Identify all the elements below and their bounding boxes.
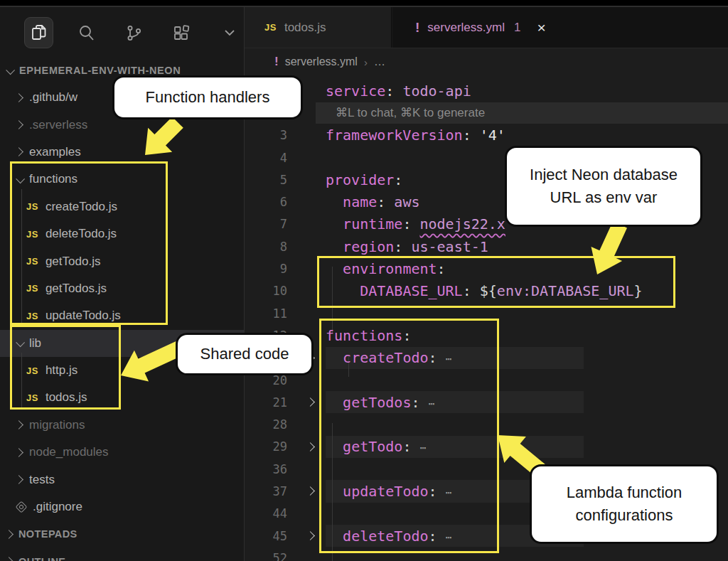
callout-text: configurations bbox=[576, 504, 673, 527]
tree-item-functions[interactable]: functions bbox=[0, 166, 244, 193]
line-number: 7 bbox=[245, 217, 294, 231]
code-line-3[interactable]: 3frameworkVersion: '4' bbox=[245, 124, 728, 146]
code-line-11[interactable]: 11 bbox=[245, 302, 728, 324]
code-line-9[interactable]: 9 environment: bbox=[245, 257, 728, 279]
activity-bar bbox=[0, 13, 244, 53]
gutter-fold-column bbox=[294, 533, 326, 539]
tree-item-notepads[interactable]: NOTEPADS bbox=[0, 520, 244, 547]
js-file-icon: JS bbox=[26, 311, 38, 321]
tree-item-label: OUTLINE bbox=[18, 556, 65, 561]
tree-item-label: .serverless bbox=[29, 118, 87, 132]
chevron-right-icon bbox=[14, 120, 23, 129]
tree-item-createtodo-js[interactable]: JScreateTodo.js bbox=[0, 193, 244, 220]
code-line-13[interactable]: 13 createTodo: ⋯ bbox=[245, 347, 728, 369]
tree-item-gettodos-js[interactable]: JSgetTodos.js bbox=[0, 275, 244, 302]
yaml-warning-icon: ! bbox=[274, 55, 279, 69]
tab-label: todos.js bbox=[284, 21, 326, 35]
chevron-right-icon bbox=[14, 148, 23, 157]
extensions-icon[interactable] bbox=[167, 17, 196, 48]
breadcrumb-file[interactable]: serverless.yml bbox=[285, 55, 358, 68]
yaml-warning-icon: ! bbox=[415, 20, 419, 36]
ai-inline-hint: ⌘L to chat, ⌘K to generate bbox=[316, 102, 728, 123]
chevron-right-icon bbox=[14, 475, 23, 484]
code-text: region: us-east-1 bbox=[326, 238, 488, 255]
tree-item-gettodo-js[interactable]: JSgetTodo.js bbox=[0, 247, 244, 274]
chevron-right-icon bbox=[4, 530, 14, 539]
code-text: getTodos: ⋯ bbox=[326, 394, 436, 411]
code-line-52[interactable]: 52 bbox=[245, 547, 728, 561]
js-file-icon: JS bbox=[26, 392, 38, 403]
callout-text: Shared code bbox=[200, 343, 289, 365]
tree-item-label: tests bbox=[29, 473, 55, 487]
js-file-icon: JS bbox=[26, 229, 38, 240]
tree-item-label: node_modules bbox=[29, 445, 109, 459]
more-views-icon[interactable] bbox=[215, 17, 244, 48]
breadcrumb[interactable]: ! serverless.yml › … bbox=[245, 48, 728, 75]
git-icon bbox=[16, 501, 28, 513]
line-number: 52 bbox=[245, 551, 294, 561]
gutter-fold-column bbox=[294, 488, 326, 494]
code-text: runtime: nodejs22.x bbox=[326, 215, 505, 233]
code-text: updateTodo: ⋯ bbox=[326, 483, 453, 500]
search-icon[interactable] bbox=[72, 17, 101, 48]
code-text: DATABASE_URL: ${env:DATABASE_URL} bbox=[326, 282, 643, 299]
chevron-down-icon bbox=[16, 174, 25, 183]
code-line-8[interactable]: 8 region: us-east-1 bbox=[245, 235, 728, 257]
code-line-29[interactable]: 29 getTodo: ⋯ bbox=[245, 436, 728, 458]
source-control-icon[interactable] bbox=[119, 17, 149, 48]
code-line-12[interactable]: 12functions: bbox=[245, 324, 728, 346]
gutter-fold-column bbox=[294, 444, 326, 450]
tree-item-node-modules[interactable]: node_modules bbox=[0, 439, 244, 466]
tree-item-deletetodo-js[interactable]: JSdeleteTodo.js bbox=[0, 220, 244, 247]
js-file-icon: JS bbox=[26, 201, 38, 212]
line-number: 45 bbox=[245, 529, 294, 543]
workspace-label: EPHEMERAL-ENV-WITH-NEON bbox=[19, 65, 181, 76]
line-number: 44 bbox=[245, 506, 294, 520]
code-text: provider: bbox=[326, 171, 402, 188]
js-file-icon: JS bbox=[26, 256, 38, 267]
callout-lambda-config: Lambda functionconfigurations bbox=[530, 464, 719, 544]
chevron-down-icon bbox=[6, 65, 15, 75]
callout-text: Inject Neon database bbox=[530, 164, 678, 186]
code-text: name: aws bbox=[326, 193, 419, 210]
tree-item-label: NOTEPADS bbox=[18, 528, 77, 540]
close-icon[interactable]: × bbox=[537, 19, 545, 36]
explorer-icon[interactable] bbox=[24, 17, 53, 48]
js-file-icon: JS bbox=[264, 22, 277, 33]
fold-chevron-icon[interactable] bbox=[306, 487, 315, 496]
tree-item-label: migrations bbox=[29, 418, 85, 432]
callout-shared-code: Shared code bbox=[176, 333, 314, 375]
tree-item-updatetodo-js[interactable]: JSupdateTodo.js bbox=[0, 302, 244, 329]
tree-item-label: updateTodo.js bbox=[46, 309, 121, 323]
callout-text: URL as env var bbox=[550, 186, 658, 209]
tab-todos-js[interactable]: JS todos.js bbox=[245, 7, 392, 48]
line-number: 5 bbox=[245, 173, 294, 187]
tree-indent-guide bbox=[21, 189, 22, 326]
tree-item-todos-js[interactable]: JStodos.js bbox=[0, 384, 244, 411]
code-line-28[interactable]: 28 bbox=[245, 413, 728, 435]
tree-item-label: todos.js bbox=[46, 390, 87, 405]
tree-item-label: examples bbox=[29, 145, 81, 159]
tree-item-tests[interactable]: tests bbox=[0, 466, 244, 493]
chevron-right-icon bbox=[14, 448, 23, 457]
tree-item--gitignore[interactable]: .gitignore bbox=[0, 493, 244, 520]
tree-item-migrations[interactable]: migrations bbox=[0, 412, 244, 439]
fold-chevron-icon[interactable] bbox=[306, 397, 315, 407]
tree-item-outline[interactable]: OUTLINE bbox=[0, 548, 244, 561]
fold-chevron-icon[interactable] bbox=[306, 531, 315, 540]
tree-item-examples[interactable]: examples bbox=[0, 139, 244, 166]
line-number: 6 bbox=[245, 195, 294, 209]
code-line-20[interactable]: 20 bbox=[245, 369, 728, 391]
tree-item-label: .github/w bbox=[29, 90, 77, 105]
code-line-1[interactable]: 1service: todo-api bbox=[245, 80, 728, 102]
chevron-down-icon bbox=[16, 338, 25, 348]
code-line-10[interactable]: 10 DATABASE_URL: ${env:DATABASE_URL} bbox=[245, 280, 728, 302]
code-line-21[interactable]: 21 getTodos: ⋯ bbox=[245, 391, 728, 413]
fold-chevron-icon[interactable] bbox=[306, 442, 315, 452]
tab-bar: JS todos.js ! serverless.yml 1 × bbox=[245, 7, 728, 48]
tree-item-label: functions bbox=[29, 172, 77, 186]
breadcrumb-more[interactable]: … bbox=[374, 55, 385, 68]
code-line-2[interactable]: 2⌘L to chat, ⌘K to generate bbox=[245, 102, 728, 124]
line-number: 9 bbox=[245, 262, 294, 276]
tab-serverless-yml[interactable]: ! serverless.yml 1 × bbox=[392, 7, 728, 48]
